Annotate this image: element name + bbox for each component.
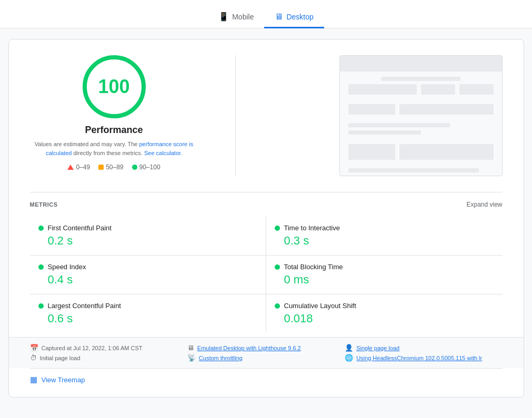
sketch-block-4 — [348, 104, 395, 115]
circle-icon — [132, 165, 137, 170]
metric-cls-label: Cumulative Layout Shift — [284, 302, 356, 310]
metric-fcp-label: First Contentful Paint — [48, 224, 112, 232]
view-treemap-label: View Treemap — [42, 376, 85, 384]
metric-tti: Time to Interactive 0.3 s — [266, 217, 503, 256]
sketch-block-5 — [399, 104, 494, 115]
metric-fcp-label-row: First Contentful Paint — [38, 224, 257, 232]
note-mid: directly from these metrics. — [73, 150, 142, 156]
metric-fcp-dot — [38, 226, 44, 231]
custom-throttling-link[interactable]: Custom throttling — [199, 355, 243, 361]
sketch-block-6 — [348, 144, 395, 160]
metric-tbt: Total Blocking Time 0 ms — [266, 256, 503, 294]
treemap-section: ▦ View Treemap — [30, 368, 503, 386]
score-circle: 100 — [83, 55, 146, 118]
metric-si-value: 0.4 s — [38, 273, 257, 287]
metric-tbt-label: Total Blocking Time — [284, 263, 343, 271]
square-icon — [98, 165, 104, 170]
sketch-block-2 — [421, 84, 455, 95]
view-treemap-button[interactable]: ▦ View Treemap — [30, 375, 85, 384]
calculator-link[interactable]: See calculator. — [144, 150, 182, 156]
sketch-content — [340, 56, 502, 176]
monitor-icon: 🖥 — [187, 344, 194, 352]
metric-tbt-value: 0 ms — [275, 273, 494, 287]
custom-throttling: 📡 Custom throttling — [187, 354, 345, 362]
wifi-icon: 📡 — [187, 354, 196, 362]
metric-lcp-dot — [38, 303, 44, 309]
sketch-line-3 — [348, 130, 421, 135]
note-text: Values are estimated and may vary. The — [35, 141, 138, 147]
sketch-line-1 — [381, 77, 461, 81]
initial-page-load: ⏱ Initial page load — [30, 354, 187, 362]
tab-desktop[interactable]: 🖥 Desktop — [264, 7, 324, 28]
footer-col-3: 👤 Single page load 🌐 Using HeadlessChrom… — [345, 344, 502, 364]
metric-tbt-label-row: Total Blocking Time — [275, 263, 494, 271]
spacer-4 — [348, 163, 494, 165]
calendar-icon: 📅 — [30, 344, 38, 352]
vertical-divider — [235, 55, 236, 176]
sketch-block-3 — [459, 84, 494, 95]
chromium-link[interactable]: Using HeadlessChromium 102.0.5005.115 wi… — [356, 355, 482, 361]
screenshot-thumbnail — [339, 55, 503, 176]
sketch-row-3 — [348, 144, 494, 160]
mobile-icon: 📱 — [218, 12, 229, 22]
metric-tti-label: Time to Interactive — [284, 224, 340, 232]
sketch-row-1 — [348, 84, 494, 95]
footer-col-2: 🖥 Emulated Desktop with Lighthouse 9.6.2… — [187, 344, 345, 364]
main-panel: 100 Performance Values are estimated and… — [8, 39, 524, 397]
treemap-icon: ▦ — [30, 375, 37, 384]
legend-range1: 0–49 — [76, 164, 90, 171]
tab-mobile-label: Mobile — [232, 13, 254, 21]
score-legend: 0–49 50–89 90–100 — [67, 164, 160, 171]
emulated-desktop-link[interactable]: Emulated Desktop with Lighthouse 9.6.2 — [197, 345, 301, 351]
globe-icon: 🌐 — [345, 354, 353, 362]
score-title: Performance — [85, 125, 143, 136]
metric-si-dot — [38, 264, 44, 270]
metrics-title: METRICS — [30, 201, 58, 208]
single-page-load-link[interactable]: Single page load — [356, 345, 399, 351]
metric-tti-dot — [275, 226, 280, 231]
metric-si-label: Speed Index — [48, 263, 86, 271]
sketch-block-7 — [399, 144, 494, 160]
metric-tti-value: 0.3 s — [275, 234, 494, 248]
footer-section: 📅 Captured at Jul 12, 2022, 1:06 AM CST … — [9, 337, 524, 368]
metric-cls-dot — [275, 303, 280, 309]
legend-item-90-100: 90–100 — [132, 164, 160, 171]
screenshot-section — [273, 55, 503, 176]
metric-fcp-value: 0.2 s — [38, 234, 257, 248]
score-note: Values are estimated and may vary. The p… — [30, 140, 198, 157]
triangle-icon — [67, 165, 74, 170]
captured-date: 📅 Captured at Jul 12, 2022, 1:06 AM CST — [30, 344, 187, 352]
tab-desktop-label: Desktop — [286, 13, 313, 21]
legend-range2: 50–89 — [106, 164, 123, 171]
metric-cls-value: 0.018 — [275, 312, 494, 325]
sketch-line-4 — [348, 168, 479, 172]
metric-si: Speed Index 0.4 s — [30, 256, 266, 294]
tab-bar: 📱 Mobile 🖥 Desktop — [0, 0, 532, 28]
metric-cls-label-row: Cumulative Layout Shift — [275, 302, 494, 310]
score-section: 100 Performance Values are estimated and… — [30, 55, 198, 171]
spacer-1 — [348, 98, 494, 101]
legend-item-50-89: 50–89 — [98, 164, 123, 171]
top-section: 100 Performance Values are estimated and… — [30, 55, 503, 176]
metrics-section: METRICS Expand view First Contentful Pai… — [30, 192, 503, 333]
metrics-header: METRICS Expand view — [30, 201, 503, 208]
sketch-row-2 — [348, 104, 494, 115]
spacer-3 — [348, 138, 494, 141]
single-page-load: 👤 Single page load — [345, 344, 502, 352]
legend-range3: 90–100 — [139, 164, 160, 171]
sketch-block-1 — [348, 84, 417, 95]
metric-cls: Cumulative Layout Shift 0.018 — [266, 294, 503, 333]
sketch-line-2 — [348, 123, 450, 127]
metric-lcp-label: Largest Contentful Paint — [48, 302, 121, 310]
metrics-grid: First Contentful Paint 0.2 s Time to Int… — [30, 217, 503, 333]
spacer-2 — [348, 118, 494, 120]
tab-mobile[interactable]: 📱 Mobile — [208, 6, 264, 28]
metric-lcp-value: 0.6 s — [38, 312, 257, 325]
chromium-info: 🌐 Using HeadlessChromium 102.0.5005.115 … — [345, 354, 502, 362]
captured-date-text: Captured at Jul 12, 2022, 1:06 AM CST — [42, 345, 143, 351]
emulated-desktop: 🖥 Emulated Desktop with Lighthouse 9.6.2 — [187, 344, 345, 352]
initial-page-load-text: Initial page load — [40, 355, 81, 361]
metric-tbt-dot — [275, 264, 280, 270]
metric-fcp: First Contentful Paint 0.2 s — [30, 217, 266, 256]
expand-view-link[interactable]: Expand view — [466, 201, 502, 208]
